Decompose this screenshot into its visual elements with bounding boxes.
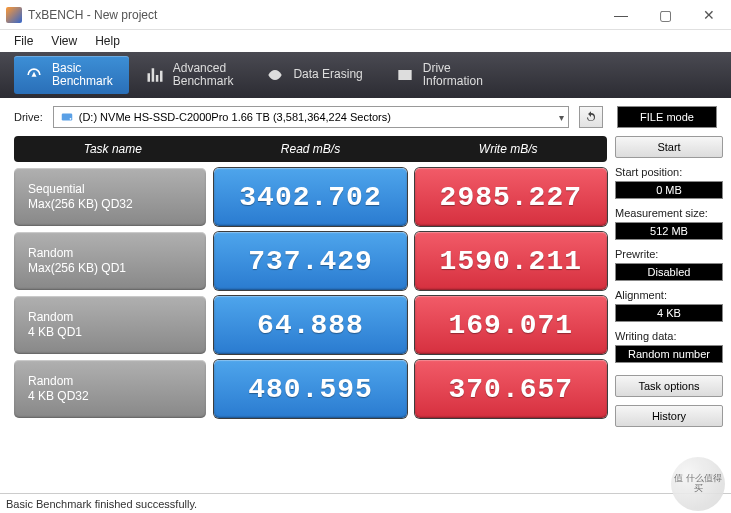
window-title: TxBENCH - New project: [28, 8, 599, 22]
measurement-size-label: Measurement size:: [615, 207, 723, 219]
alignment-label: Alignment:: [615, 289, 723, 301]
alignment-value[interactable]: 4 KB: [615, 304, 723, 322]
col-read: Read mB/s: [212, 142, 410, 156]
bars-icon: [145, 65, 165, 85]
maximize-button[interactable]: ▢: [643, 0, 687, 30]
title-bar: TxBENCH - New project — ▢ ✕: [0, 0, 731, 30]
tab-label: Advanced Benchmark: [173, 62, 234, 88]
table-row: SequentialMax(256 KB) QD32 3402.702 2985…: [14, 168, 607, 226]
task-cell[interactable]: Random4 KB QD1: [14, 296, 206, 354]
prewrite-value[interactable]: Disabled: [615, 263, 723, 281]
tab-data-erasing[interactable]: Data Erasing: [255, 56, 378, 94]
status-text: Basic Benchmark finished successfully.: [6, 498, 197, 510]
results-panel: Task name Read mB/s Write mB/s Sequentia…: [14, 136, 607, 427]
table-row: Random4 KB QD1 64.888 169.071: [14, 296, 607, 354]
disk-icon: [60, 110, 74, 124]
read-cell: 737.429: [214, 232, 406, 290]
chevron-down-icon: ▾: [559, 112, 564, 123]
menu-help[interactable]: Help: [87, 32, 128, 50]
history-button[interactable]: History: [615, 405, 723, 427]
svg-point-1: [69, 118, 71, 120]
drive-label: Drive:: [14, 111, 43, 123]
read-cell: 3402.702: [214, 168, 406, 226]
tab-label: Basic Benchmark: [52, 62, 113, 88]
task-cell[interactable]: Random4 KB QD32: [14, 360, 206, 418]
start-button[interactable]: Start: [615, 136, 723, 158]
table-row: RandomMax(256 KB) QD1 737.429 1590.211: [14, 232, 607, 290]
write-cell: 1590.211: [415, 232, 607, 290]
close-button[interactable]: ✕: [687, 0, 731, 30]
refresh-button[interactable]: [579, 106, 603, 128]
side-panel: Start Start position: 0 MB Measurement s…: [615, 136, 723, 427]
start-position-value[interactable]: 0 MB: [615, 181, 723, 199]
menu-file[interactable]: File: [6, 32, 41, 50]
file-mode-button[interactable]: FILE mode: [617, 106, 717, 128]
app-icon: [6, 7, 22, 23]
tab-label: Data Erasing: [293, 68, 362, 81]
col-write: Write mB/s: [409, 142, 607, 156]
start-position-label: Start position:: [615, 166, 723, 178]
drive-select[interactable]: (D:) NVMe HS-SSD-C2000Pro 1.66 TB (3,581…: [53, 106, 569, 128]
drive-icon: [395, 65, 415, 85]
menu-bar: File View Help: [0, 30, 731, 52]
measurement-size-value[interactable]: 512 MB: [615, 222, 723, 240]
task-options-button[interactable]: Task options: [615, 375, 723, 397]
write-cell: 370.657: [415, 360, 607, 418]
col-task: Task name: [14, 142, 212, 156]
results-header: Task name Read mB/s Write mB/s: [14, 136, 607, 162]
tab-label: Drive Information: [423, 62, 483, 88]
read-cell: 64.888: [214, 296, 406, 354]
task-cell[interactable]: RandomMax(256 KB) QD1: [14, 232, 206, 290]
menu-view[interactable]: View: [43, 32, 85, 50]
read-cell: 480.595: [214, 360, 406, 418]
toolbar: Basic Benchmark Advanced Benchmark Data …: [0, 52, 731, 98]
writing-data-value[interactable]: Random number: [615, 345, 723, 363]
watermark: 值 什么值得买: [671, 457, 725, 511]
tab-advanced-benchmark[interactable]: Advanced Benchmark: [135, 56, 250, 94]
erase-icon: [265, 65, 285, 85]
refresh-icon: [584, 110, 598, 124]
write-cell: 2985.227: [415, 168, 607, 226]
prewrite-label: Prewrite:: [615, 248, 723, 260]
write-cell: 169.071: [415, 296, 607, 354]
gauge-icon: [24, 65, 44, 85]
writing-data-label: Writing data:: [615, 330, 723, 342]
tab-basic-benchmark[interactable]: Basic Benchmark: [14, 56, 129, 94]
minimize-button[interactable]: —: [599, 0, 643, 30]
tab-drive-information[interactable]: Drive Information: [385, 56, 499, 94]
drive-value: (D:) NVMe HS-SSD-C2000Pro 1.66 TB (3,581…: [79, 111, 391, 123]
task-cell[interactable]: SequentialMax(256 KB) QD32: [14, 168, 206, 226]
drive-bar: Drive: (D:) NVMe HS-SSD-C2000Pro 1.66 TB…: [0, 98, 731, 136]
table-row: Random4 KB QD32 480.595 370.657: [14, 360, 607, 418]
status-bar: Basic Benchmark finished successfully.: [0, 493, 731, 513]
